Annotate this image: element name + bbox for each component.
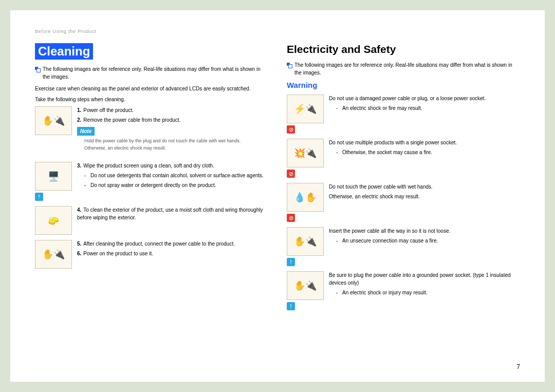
intro-para-2: Take the following steps when cleaning.: [35, 96, 268, 103]
reference-note-right-text: The following images are for reference o…: [294, 62, 520, 77]
two-column-layout: Cleaning The following images are for re…: [35, 43, 520, 315]
bullet-icon: [287, 63, 291, 67]
illustration-unplug-icon: ✋🔌: [35, 106, 72, 135]
safety-1-text: Do not use a damaged power cable or plug…: [329, 95, 520, 102]
prohibit-badge-icon: ⊘: [287, 125, 295, 134]
cleaning-heading: Cleaning: [35, 43, 93, 60]
step-3: 3.Wipe the product screen using a clean,…: [77, 162, 268, 170]
step-3-sub-2: ‑Do not spray water or detergent directl…: [84, 181, 268, 189]
breadcrumb: Before Using the Product: [35, 29, 520, 34]
illustration-overload-socket-icon: 💥🔌: [287, 139, 324, 167]
illustration-wet-hands-icon: 💧✋: [287, 183, 324, 212]
step-4: 4.To clean the exterior of the product, …: [77, 206, 268, 221]
note-badge: Note: [77, 127, 95, 136]
page-number: 7: [516, 363, 520, 370]
safety-4-sub: ‑An unsecure connection may cause a fire…: [336, 237, 520, 245]
reference-note-right: The following images are for reference o…: [287, 62, 520, 77]
safety-1-sub: ‑An electric shock or fire may result.: [336, 104, 520, 112]
safety-block-5: ✋🔌 ! Be sure to plug the power cable int…: [287, 271, 520, 310]
step-5: 5.After cleaning the product, connect th…: [77, 240, 268, 248]
safety-5-text: Be sure to plug the power cable into a g…: [329, 271, 520, 287]
right-column: Electricity and Safety The following ima…: [287, 43, 520, 315]
cleaning-step-block-1: ✋🔌 1.Power off the product. 2.Remove the…: [35, 106, 268, 157]
left-column: Cleaning The following images are for re…: [35, 43, 268, 315]
safety-block-3: 💧✋ ⊘ Do not touch the power cable with w…: [287, 183, 520, 222]
safety-block-4: ✋🔌 ! Insert the power cable all the way …: [287, 227, 520, 266]
manual-page: Before Using the Product Cleaning The fo…: [10, 10, 545, 382]
info-badge-icon: !: [287, 258, 295, 266]
prohibit-badge-icon: ⊘: [287, 214, 295, 222]
step-3-sub-1: ‑Do not use detergents that contain alco…: [84, 172, 268, 179]
electricity-safety-heading: Electricity and Safety: [287, 43, 520, 55]
step-1: 1.Power off the product.: [77, 106, 268, 114]
info-badge-icon: !: [287, 302, 295, 310]
safety-block-2: 💥🔌 ⊘ Do not use multiple products with a…: [287, 139, 520, 178]
note-text: Hold the power cable by the plug and do …: [84, 138, 268, 152]
reference-note: The following images are for reference o…: [35, 66, 268, 81]
note-badge-row: Note: [77, 127, 268, 136]
illustration-wipe-screen-icon: 🖥️: [35, 162, 72, 191]
intro-para-1: Exercise care when cleaning as the panel…: [35, 85, 268, 92]
safety-block-1: ⚡🔌 ⊘ Do not use a damaged power cable or…: [287, 95, 520, 134]
safety-2-sub: ‑Otherwise, the socket may cause a fire.: [336, 148, 520, 156]
step-2: 2.Remove the power cable from the produc…: [77, 116, 268, 124]
prohibit-badge-icon: ⊘: [287, 170, 295, 178]
safety-2-text: Do not use multiple products with a sing…: [329, 139, 520, 146]
safety-4-text: Insert the power cable all the way in so…: [329, 227, 520, 235]
illustration-damaged-cable-icon: ⚡🔌: [287, 95, 324, 123]
info-badge-icon: !: [35, 193, 43, 201]
cleaning-step-block-2: 🖥️ ! 3.Wipe the product screen using a c…: [35, 162, 268, 201]
safety-3-text-1: Do not touch the power cable with wet ha…: [329, 183, 520, 191]
illustration-plug-in-icon: ✋🔌: [35, 240, 72, 269]
bullet-icon: [35, 67, 40, 71]
illustration-wipe-exterior-icon: 🧽: [35, 206, 72, 235]
reference-note-text: The following images are for reference o…: [43, 66, 268, 81]
safety-3-text-2: Otherwise, an electric shock may result.: [329, 193, 520, 200]
cleaning-step-block-4: ✋🔌 5.After cleaning the product, connect…: [35, 240, 268, 269]
cleaning-step-block-3: 🧽 4.To clean the exterior of the product…: [35, 206, 268, 235]
safety-5-sub: ‑An electric shock or injury may result.: [336, 289, 520, 296]
illustration-grounded-socket-icon: ✋🔌: [287, 271, 324, 300]
warning-heading: Warning: [287, 81, 520, 89]
illustration-insert-plug-icon: ✋🔌: [287, 227, 324, 256]
step-6: 6.Power on the product to use it.: [77, 250, 268, 257]
